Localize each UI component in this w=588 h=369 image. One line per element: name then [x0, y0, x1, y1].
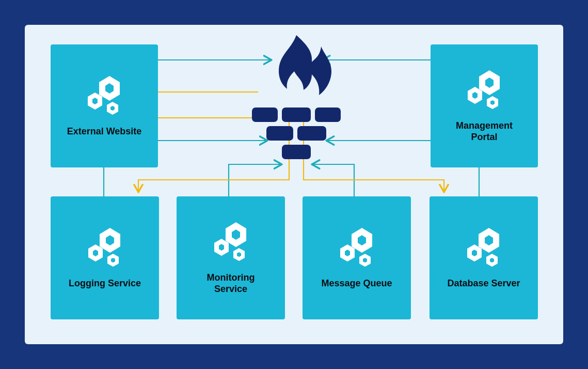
- diagram-outer-frame: External Website ManagementPortal Loggin…: [0, 0, 588, 369]
- svg-rect-2: [315, 107, 341, 122]
- svg-rect-0: [252, 107, 278, 122]
- node-label: Database Server: [447, 278, 520, 289]
- node-management-portal: ManagementPortal: [431, 44, 538, 167]
- svg-rect-4: [297, 126, 326, 141]
- gears-icon: [456, 66, 513, 113]
- node-message-queue: Message Queue: [303, 196, 411, 319]
- arrow-firewall-to-logging: [138, 114, 289, 192]
- gears-icon: [76, 224, 133, 270]
- node-label: Message Queue: [321, 278, 392, 289]
- diagram-panel: External Website ManagementPortal Loggin…: [25, 25, 563, 344]
- gears-icon: [202, 218, 259, 265]
- gears-icon: [455, 224, 512, 270]
- node-external-website: External Website: [51, 44, 158, 167]
- node-label: Logging Service: [69, 278, 141, 289]
- node-label: ManagementPortal: [456, 120, 513, 143]
- gears-icon: [76, 72, 133, 118]
- arrow-firewall-to-database: [304, 114, 444, 192]
- svg-rect-5: [282, 145, 311, 159]
- node-database-server: Database Server: [430, 196, 538, 319]
- node-label: External Website: [67, 126, 142, 137]
- node-logging-service: Logging Service: [51, 196, 159, 319]
- svg-rect-3: [266, 126, 293, 141]
- svg-rect-1: [282, 107, 311, 122]
- node-label: MonitoringService: [207, 272, 255, 295]
- gears-icon: [328, 224, 385, 270]
- node-monitoring-service: MonitoringService: [177, 196, 285, 319]
